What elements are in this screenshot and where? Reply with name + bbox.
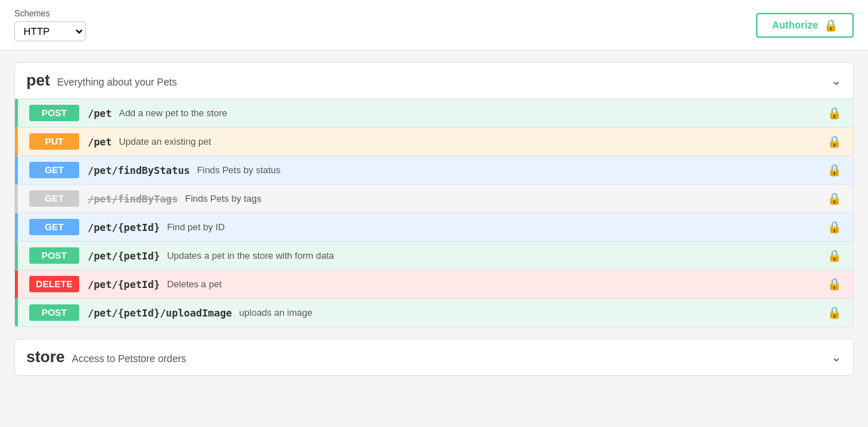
endpoint-summary: Find pet by ID [167, 222, 225, 232]
endpoint-summary: uploads an image [239, 307, 312, 318]
authorize-button[interactable]: Authorize 🔒 [756, 13, 854, 38]
lock-icon: 🔒 [827, 192, 842, 205]
chevron-down-icon: ⌄ [831, 349, 842, 365]
endpoint-get-pet-findByStatus[interactable]: GET /pet/findByStatus Finds Pets by stat… [15, 156, 853, 185]
method-badge-post: POST [29, 304, 79, 321]
method-badge-delete: DELETE [29, 276, 79, 292]
lock-icon: 🔒 [827, 106, 842, 120]
endpoint-post-pet-uploadImage[interactable]: POST /pet/{petId}/uploadImage uploads an… [15, 299, 853, 326]
schemes-section: Schemes HTTP HTTPS [14, 9, 86, 41]
section-store-title: store Access to Petstore orders [26, 348, 186, 366]
endpoint-path-deprecated: /pet/findByTags [88, 193, 178, 205]
section-store-description: Access to Petstore orders [72, 353, 186, 364]
section-pet-endpoints: POST /pet Add a new pet to the store 🔒 P… [14, 99, 854, 327]
endpoint-put-pet[interactable]: PUT /pet Update an existing pet 🔒 [15, 128, 853, 156]
endpoint-path: /pet/{petId} [88, 250, 160, 262]
method-badge-post: POST [29, 105, 79, 121]
endpoint-post-pet-petId[interactable]: POST /pet/{petId} Updates a pet in the s… [15, 242, 853, 270]
section-pet-title: pet Everything about your Pets [26, 71, 177, 90]
endpoint-post-pet[interactable]: POST /pet Add a new pet to the store 🔒 [15, 99, 853, 128]
section-pet-header[interactable]: pet Everything about your Pets ⌄ [14, 62, 854, 99]
endpoint-delete-pet-petId[interactable]: DELETE /pet/{petId} Deletes a pet 🔒 [15, 270, 853, 299]
endpoint-get-pet-petId[interactable]: GET /pet/{petId} Find pet by ID 🔒 [15, 213, 853, 242]
schemes-label: Schemes [14, 9, 86, 19]
endpoint-path: /pet/{petId}/uploadImage [88, 307, 232, 319]
lock-icon: 🔒 [827, 277, 842, 291]
section-store: store Access to Petstore orders ⌄ [14, 339, 854, 376]
lock-icon: 🔒 [827, 220, 842, 234]
endpoint-summary: Add a new pet to the store [119, 108, 228, 118]
method-badge-get-deprecated: GET [29, 190, 79, 207]
lock-icon: 🔒 [827, 249, 842, 262]
method-badge-get: GET [29, 162, 79, 178]
method-badge-put: PUT [29, 133, 79, 150]
endpoint-path: /pet/{petId} [88, 279, 160, 290]
section-pet-description: Everything about your Pets [57, 76, 177, 88]
endpoint-path: /pet [88, 136, 112, 148]
section-pet-name: pet [26, 71, 50, 90]
section-store-name: store [26, 348, 65, 366]
endpoint-summary: Deletes a pet [167, 279, 222, 289]
lock-icon: 🔒 [827, 135, 842, 148]
endpoint-summary: Finds Pets by tags [185, 193, 261, 204]
endpoint-get-pet-findByTags-deprecated[interactable]: GET /pet/findByTags Finds Pets by tags 🔒 [15, 185, 853, 213]
lock-icon: 🔒 [827, 306, 842, 319]
lock-icon: 🔒 [824, 19, 838, 32]
authorize-label: Authorize [772, 19, 818, 31]
method-badge-post: POST [29, 247, 79, 264]
endpoint-summary: Update an existing pet [119, 136, 211, 147]
chevron-down-icon: ⌄ [831, 73, 842, 88]
schemes-select[interactable]: HTTP HTTPS [14, 21, 86, 41]
endpoint-path: /pet/{petId} [88, 222, 160, 233]
method-badge-get: GET [29, 219, 79, 235]
endpoint-path: /pet [88, 108, 112, 119]
section-pet: pet Everything about your Pets ⌄ POST /p… [14, 62, 854, 327]
main-content: pet Everything about your Pets ⌄ POST /p… [0, 51, 868, 427]
endpoint-summary: Updates a pet in the store with form dat… [167, 250, 334, 261]
section-store-header[interactable]: store Access to Petstore orders ⌄ [14, 339, 854, 376]
endpoint-path: /pet/findByStatus [88, 165, 190, 176]
lock-icon: 🔒 [827, 163, 842, 177]
top-bar: Schemes HTTP HTTPS Authorize 🔒 [0, 0, 868, 51]
endpoint-summary: Finds Pets by status [197, 165, 280, 175]
